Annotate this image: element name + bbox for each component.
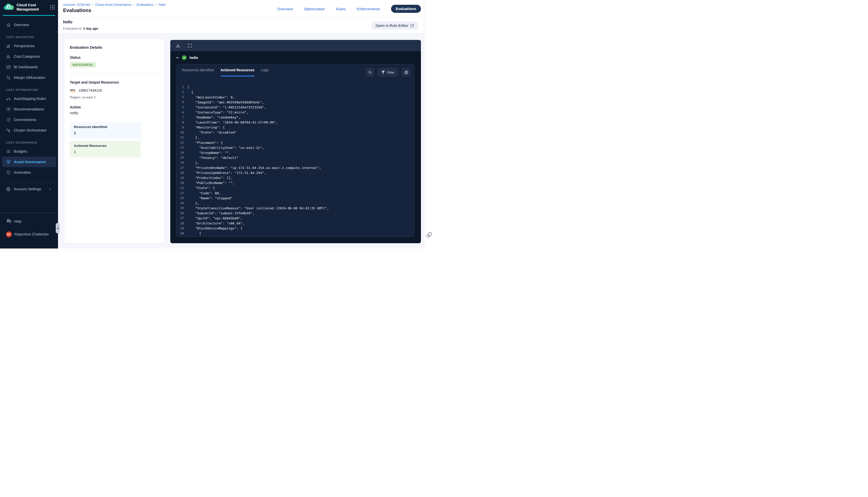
breadcrumb-link[interactable]: Evaluations [137,3,153,6]
account-settings-label: Account Settings [14,187,41,191]
code-text: "Tenancy": "default" [187,156,239,160]
line-number: 18 [176,171,184,175]
sidebar-section-label: COST GOVERNANCE [0,139,58,146]
status-label: Status [70,56,159,59]
code-line: 20 "PublicDnsName": "", [176,181,414,185]
region-text: Region: us-east-2 [70,95,159,99]
sidebar-item-budgets[interactable]: $Budgets [0,146,58,157]
collapse-arrow-icon: ◀ [57,227,59,229]
external-link-icon [410,24,414,27]
code-text: "AmiLaunchIndex": 0, [187,95,235,99]
viewer-tabs: Resources IdentifiedActioned ResourcesLo… [176,64,414,78]
sidebar-item-autostopping-rules[interactable]: AutoStopping Rules [0,94,58,104]
breadcrumb-link[interactable]: Cloud Asset Governance [95,3,131,6]
code-text: "PrivateIpAddress": "172.31.44.254", [187,171,266,175]
code-text: "Architecture": "x86_64", [187,222,244,225]
module-grid-icon[interactable] [50,4,56,10]
svg-text:$: $ [8,5,10,9]
breadcrumb-separator-icon: › [134,2,135,6]
nav-link-enforcements[interactable]: Enforcements [356,7,380,11]
sidebar-user[interactable]: RC Rajarshee Chatterjee [0,229,58,240]
line-number: 12 [176,141,184,144]
sidebar-item-recommendations[interactable]: Recommendations [0,104,58,114]
code-text: "Name": "stopped" [187,196,233,200]
line-number: 30 [176,232,184,235]
sidebar-divider [4,182,54,183]
sidebar-item-cluster-orchestrator[interactable]: Cluster Orchestrator [0,125,58,136]
nav-link-evaluations[interactable]: Evaluations [391,5,421,13]
sidebar-item-anomalies[interactable]: !Anomalies [0,167,58,178]
brand-title: Cloud Cost Management [17,3,47,12]
code-text: "PrivateDnsName": "ip-172-31-44-254.us-e… [187,166,321,170]
code-line: 28 "Architecture": "x86_64", [176,221,414,226]
code-line: 26 "SubnetId": "subnet-75fe9b39", [176,211,414,216]
breadcrumb-separator-icon: › [155,2,157,6]
cloud-cost-management-logo-icon: $ [3,3,15,11]
json-code-viewer[interactable]: 1[2 {3 "AmiLaunchIndex": 0,4 "ImageId": … [176,78,414,236]
sidebar-item-label: Anomalies [14,170,31,174]
sidebar-item-label: Margin Obfuscation [14,75,45,80]
code-line: 18 "PrivateIpAddress": "172.31.44.254", [176,170,414,175]
sidebar-collapse-handle[interactable]: ◀ [56,223,60,233]
search-button[interactable] [366,68,374,76]
sidebar-item-help[interactable]: ? Help [0,216,58,227]
line-number: 19 [176,176,184,180]
tab-actioned-resources[interactable]: Actioned Resources [221,68,254,76]
line-number: 22 [176,191,184,195]
breadcrumb-link[interactable]: Account: CCM-NG [63,3,90,6]
sidebar-item-bi-dashboards[interactable]: BI Dashboards [0,62,58,72]
code-text: "SubnetId": "subnet-75fe9b39", [187,211,254,215]
sidebar-item-perspectives[interactable]: Perspectives [0,41,58,51]
nav-link-overview[interactable]: Overview [277,7,293,11]
copy-icon [404,71,408,74]
breadcrumb-link[interactable]: hello [159,3,166,6]
shield-dollar-icon: $ [6,160,11,165]
sidebar-item-margin-obfuscation[interactable]: Margin Obfuscation [0,72,58,83]
line-number: 14 [176,151,184,154]
code-text: }, [187,161,199,165]
open-in-rule-editor-button[interactable]: Open in Rule Editor [372,22,418,30]
svg-text:!: ! [8,171,9,173]
evaluated-at-label: Evaluated at: [63,27,82,30]
line-number: 28 [176,222,184,225]
sidebar-item-asset-governance[interactable]: $Asset Governance [2,157,56,167]
code-line: 8 "LaunchTime": "2024-06-06T04:41:37+00:… [176,120,414,125]
nav-link-rules[interactable]: Rules [336,7,346,11]
sidebar-section-label: COST OPTIMIZATION [0,86,58,94]
sidebar-item-label: Recommendations [14,107,44,111]
breadcrumb-separator-icon: › [92,2,94,6]
actioned-resources-counter: Actioned Resources 1 [70,141,141,157]
sidebar-section-label: COST REPORTING [0,34,58,41]
nav-link-optimization[interactable]: Optimization [304,7,325,11]
sidebar-item-overview[interactable]: Overview [0,19,58,30]
support-chat-icon[interactable] [426,231,433,238]
anomaly-icon: ! [6,170,11,175]
evaluated-at: Evaluated at:1 day ago [63,27,98,30]
code-line: 30 { [176,231,414,236]
tab-logs[interactable]: Logs [261,68,268,76]
autostopping-icon [6,96,11,101]
fullscreen-icon[interactable] [187,43,192,48]
filter-button[interactable]: Filter [378,68,398,76]
evaluation-row[interactable]: hello [170,51,421,64]
line-number: 25 [176,206,184,210]
download-icon[interactable] [176,43,180,48]
code-text: { [187,231,201,235]
code-line: 23 "Name": "stopped" [176,196,414,201]
tab-resources-identified[interactable]: Resources Identified [182,68,214,76]
code-line: 12 "Placement": { [176,140,414,145]
line-number: 15 [176,156,184,159]
sidebar-item-label: Overview [14,23,29,27]
sidebar-item-cost-categories[interactable]: Cost Categories [0,51,58,62]
user-avatar: RC [6,231,12,237]
shapes-icon [6,54,11,59]
copy-button[interactable] [402,68,410,76]
chevron-up-icon[interactable] [176,56,179,59]
percent-icon [6,75,11,80]
sidebar-item-account-settings[interactable]: Account Settings › [0,184,58,194]
line-number: 26 [176,211,184,215]
content-area: Evaluation Details Status SUCCESSFUL Tar… [58,34,424,248]
card-divider [70,73,159,74]
sidebar-item-commitments[interactable]: Commitments [0,114,58,125]
code-text: "GroupName": "", [187,151,230,155]
